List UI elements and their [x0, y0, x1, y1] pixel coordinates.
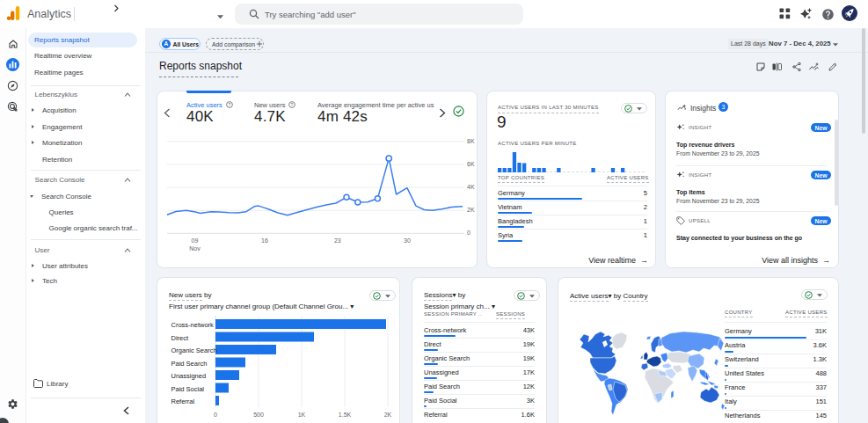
svg-text:Nov: Nov [189, 245, 201, 252]
svg-text:6K: 6K [467, 161, 475, 167]
svg-text:500: 500 [253, 412, 264, 418]
svg-text:4K: 4K [467, 184, 475, 190]
svg-text:23: 23 [334, 237, 341, 244]
svg-text:09: 09 [192, 237, 199, 244]
svg-text:1K: 1K [298, 412, 306, 418]
svg-text:1.5K: 1.5K [339, 412, 352, 418]
svg-text:16: 16 [261, 237, 268, 244]
svg-text:0: 0 [214, 412, 217, 418]
svg-text:2K: 2K [467, 207, 475, 213]
svg-text:2K: 2K [384, 412, 392, 418]
svg-text:30: 30 [404, 237, 411, 244]
svg-text:8K: 8K [467, 138, 475, 144]
svg-text:0: 0 [467, 230, 470, 236]
